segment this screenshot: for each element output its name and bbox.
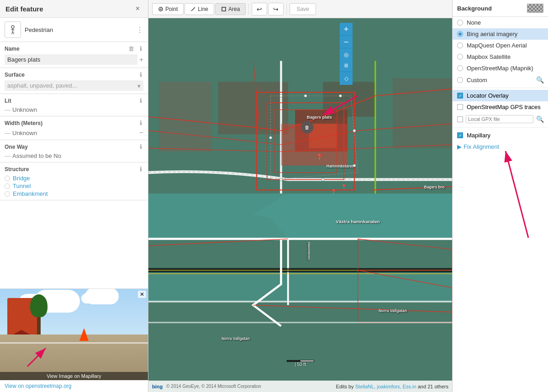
locator-checkbox: ✓ <box>457 93 463 99</box>
area-label: Area <box>228 6 240 12</box>
divider-1 <box>453 88 548 88</box>
panel-header: Edit feature × <box>0 0 148 18</box>
surface-info-button[interactable]: ℹ <box>138 71 143 78</box>
structure-tunnel[interactable]: Tunnel <box>5 183 143 189</box>
svg-text:🗑: 🗑 <box>305 125 310 130</box>
custom-radio <box>457 77 463 83</box>
zoom-out-button[interactable]: − <box>340 36 353 48</box>
lit-field-section: Lit ℹ Unknown <box>0 94 148 116</box>
area-tool-button[interactable]: Area <box>215 3 246 15</box>
svg-point-33 <box>304 94 307 97</box>
svg-line-5 <box>191 7 195 11</box>
bg-option-osm-mapnik[interactable]: OpenStreetMap (Mapnik) <box>453 63 548 74</box>
right-panel: Background None Bing aerial imagery MapQ… <box>452 0 548 392</box>
gpx-checkbox[interactable] <box>457 116 463 122</box>
zoom-in-button[interactable]: + <box>340 23 353 36</box>
osm-gps-label: OpenStreetMap GPS traces <box>467 104 541 110</box>
svg-text:Hamnbron: Hamnbron <box>307 242 311 260</box>
photo-container[interactable]: ✕ View Image on Mapillary <box>0 289 148 380</box>
feature-type-row: Pedestrian ⋮ <box>0 18 148 42</box>
custom-search-icon[interactable]: 🔍 <box>536 76 543 84</box>
svg-rect-10 <box>295 110 348 152</box>
svg-point-36 <box>353 164 356 167</box>
redo-button[interactable]: ↪ <box>268 3 284 16</box>
width-field-label: Width (Meters) <box>5 120 42 126</box>
locator-overlay-option[interactable]: ✓ Locator Overlay <box>453 90 548 101</box>
map-data-button[interactable]: ◇ <box>340 72 353 85</box>
background-swatch[interactable] <box>527 4 543 13</box>
and-others: and 21 others <box>418 384 448 389</box>
photo-cloud2 <box>81 293 109 303</box>
surface-field-header: Surface ℹ <box>5 71 143 78</box>
mapillary-label: Mapillary <box>467 132 490 139</box>
svg-rect-13 <box>159 82 211 152</box>
svg-rect-14 <box>323 82 375 116</box>
photo-close-button[interactable]: ✕ <box>138 291 146 298</box>
feature-icon <box>5 21 21 38</box>
background-title: Background <box>457 5 492 12</box>
editors-link[interactable]: StellaNL, joakimfors, Ess.in <box>355 384 416 389</box>
scale-label: | 50 ft <box>295 362 306 367</box>
svg-rect-12 <box>218 82 288 134</box>
bridge-label: Bridge <box>13 175 30 182</box>
osm-mapnik-radio <box>457 65 463 71</box>
layers-button[interactable]: ≡ <box>340 59 353 72</box>
photo-scene <box>0 289 148 380</box>
structure-embankment[interactable]: Embankment <box>5 190 143 197</box>
surface-field-actions: ℹ <box>138 71 143 78</box>
gpx-input[interactable] <box>466 115 533 123</box>
fix-alignment-arrow-svg <box>501 146 501 147</box>
fix-alignment[interactable]: ▶ Fix Alignment <box>453 141 548 152</box>
osm-link[interactable]: View on openstreetmap.org <box>5 383 72 389</box>
line-tool-button[interactable]: Line <box>184 3 214 15</box>
point-tool-button[interactable]: Point <box>152 3 184 15</box>
name-add-button[interactable]: + <box>139 56 143 64</box>
bg-option-none[interactable]: None <box>453 17 548 28</box>
feature-type-more[interactable]: ⋮ <box>136 26 143 34</box>
point-label: Point <box>165 6 178 12</box>
bing-label: Bing aerial imagery <box>467 31 517 37</box>
structure-field-label: Structure <box>5 166 29 172</box>
width-info-button[interactable]: ℹ <box>138 119 143 127</box>
surface-select-wrapper: asphalt, unpaved, paved... <box>5 80 143 91</box>
map-background: 🗑 Bagers plats Hamnmästaren Bagers bro V… <box>148 18 452 381</box>
close-button[interactable]: × <box>133 4 142 14</box>
width-text: Unknown <box>12 130 37 136</box>
one-way-info-button[interactable]: ℹ <box>138 143 143 151</box>
left-panel: Edit feature × Pedestrian ⋮ Name 🗑 ℹ + <box>0 0 148 392</box>
feature-type-label: Pedestrian <box>25 26 132 33</box>
structure-bridge[interactable]: Bridge <box>5 175 143 182</box>
bg-option-mapbox[interactable]: Mapbox Satellite <box>453 51 548 63</box>
photo-overlay-text: View Image on Mapillary <box>0 372 148 380</box>
name-input[interactable] <box>5 54 137 65</box>
bg-option-mapquest[interactable]: MapQuest Open Aerial <box>453 40 548 51</box>
svg-text:📍: 📍 <box>331 189 337 195</box>
save-button[interactable]: Save <box>290 3 316 15</box>
width-value-row: Unknown − <box>5 129 143 137</box>
custom-row[interactable]: Custom 🔍 <box>453 74 548 86</box>
structure-info-button[interactable]: ℹ <box>138 165 143 173</box>
width-minus-button[interactable]: − <box>139 129 143 137</box>
name-delete-button[interactable]: 🗑 <box>127 45 136 52</box>
mapillary-option[interactable]: ✓ Mapillary <box>453 130 548 141</box>
gpx-search-button[interactable]: 🔍 <box>536 115 544 123</box>
name-field-actions: 🗑 ℹ <box>127 45 143 52</box>
bg-option-bing[interactable]: Bing aerial imagery <box>453 28 548 40</box>
svg-text:📍: 📍 <box>316 153 323 161</box>
svg-rect-15 <box>393 78 452 148</box>
svg-point-0 <box>11 26 14 28</box>
tunnel-radio <box>5 183 10 189</box>
osm-mapnik-label: OpenStreetMap (Mapnik) <box>467 65 533 72</box>
photo-panel: ✕ View Image on Mapillary <box>0 288 148 380</box>
lit-info-button[interactable]: ℹ <box>138 97 143 105</box>
name-info-button[interactable]: ℹ <box>138 45 143 52</box>
one-way-field-section: One Way ℹ Assumed to be No <box>0 140 148 162</box>
one-way-text: Assumed to be No <box>12 152 61 159</box>
osm-gps-option[interactable]: OpenStreetMap GPS traces <box>453 101 548 113</box>
layer-controls: ≡ ◇ <box>340 59 353 85</box>
mapillary-checkbox: ✓ <box>457 132 463 138</box>
undo-button[interactable]: ↩ <box>252 3 267 16</box>
map-area[interactable]: Point Line Area ↩ ↪ Save <box>148 0 452 392</box>
surface-select[interactable]: asphalt, unpaved, paved... <box>5 80 143 91</box>
locator-label: Locator Overlay <box>467 92 509 99</box>
